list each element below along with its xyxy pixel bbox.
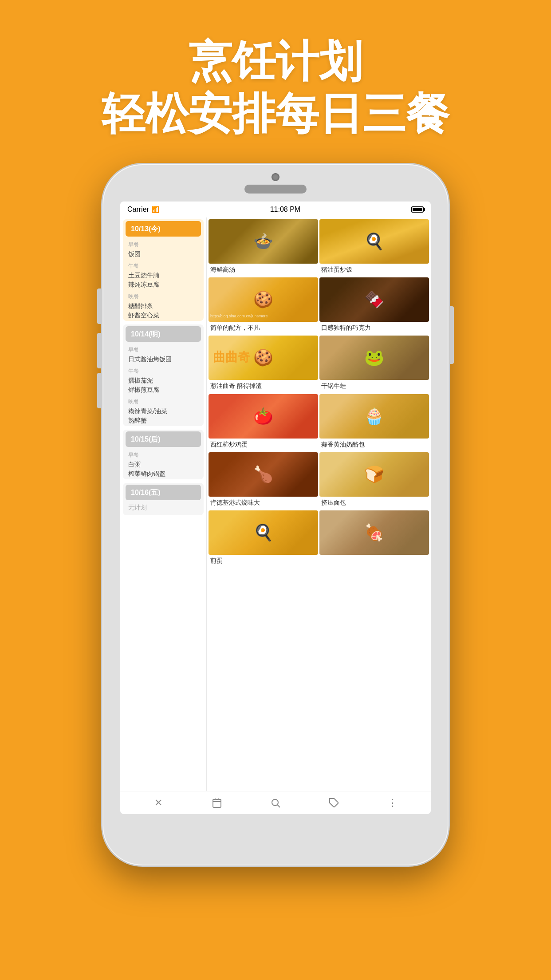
day-header-today[interactable]: 10/13(今) [126, 221, 201, 237]
recipe-title-3: 简单的配方，不凡 [209, 322, 318, 334]
carrier-label: Carrier [127, 205, 149, 213]
hero-title-line2: 轻松安排每日三餐 [0, 88, 551, 140]
recipe-card-9[interactable]: 🍗 肯德基港式烧味大 [209, 452, 318, 509]
recipe-card-3[interactable]: 🍪 http://blog.sina.com.cn/junsmore 简单的配方… [209, 277, 318, 334]
recipe-title-4: 口感独特的巧克力 [319, 322, 429, 334]
day-card-today[interactable]: 10/13(今) 早餐 饭团 午餐 土豆烧牛腩 辣炖冻豆腐 晚餐 [123, 219, 204, 321]
tab-close[interactable]: ✕ [147, 794, 169, 812]
recipe-card-12[interactable]: 🍖 [319, 510, 429, 567]
recipe-title-9: 肯德基港式烧味大 [209, 497, 318, 509]
wifi-icon: 📶 [152, 206, 159, 213]
tab-tag[interactable] [323, 794, 345, 812]
recipe-img-7: 🍅 [209, 394, 318, 439]
recipe-img-3: 🍪 http://blog.sina.com.cn/junsmore [209, 277, 318, 322]
day-card-tomorrow[interactable]: 10/14(明) 早餐 日式酱油烤饭团 午餐 擂椒茄泥 鲜椒煎豆腐 晚餐 [123, 324, 204, 426]
recipe-img-12: 🍖 [319, 510, 429, 555]
recipe-title-2: 猪油蛋炒饭 [319, 264, 429, 276]
day-card-future2[interactable]: 10/16(五) 无计划 [123, 483, 204, 515]
day-card-future1[interactable]: 10/15(后) 早餐 白粥 榨菜鲜肉锅盔 [123, 430, 204, 479]
recipe-title-12 [319, 555, 429, 559]
recipe-title-11: 煎蛋 [209, 555, 318, 567]
watermark-3: http://blog.sina.com.cn/junsmore [210, 314, 268, 318]
svg-rect-0 [213, 799, 221, 807]
sidebar[interactable]: 10/13(今) 早餐 饭团 午餐 土豆烧牛腩 辣炖冻豆腐 晚餐 [120, 217, 207, 791]
tab-calendar[interactable] [206, 794, 228, 812]
recipe-card-10[interactable]: 🍞 挤压面包 [319, 452, 429, 509]
recipe-title-6: 干锅牛蛙 [319, 380, 429, 392]
recipe-img-5: 🍪 曲曲奇 [209, 336, 318, 380]
recipe-title-8: 蒜香黄油奶酪包 [319, 439, 429, 451]
hero-section: 烹饪计划 轻松安排每日三餐 [0, 0, 551, 140]
recipe-card-1[interactable]: 🍲 海鲜高汤 [209, 219, 318, 276]
tab-more[interactable]: ⋮ [382, 794, 404, 812]
recipe-card-6[interactable]: 🐸 干锅牛蛙 [319, 336, 429, 392]
meal-group-breakfast-2: 早餐 日式酱油烤饭团 [123, 344, 204, 365]
recipe-card-5[interactable]: 🍪 曲曲奇 葱油曲奇 酥得掉渣 [209, 336, 318, 392]
tab-bar: ✕ [120, 791, 431, 814]
day-header-tomorrow[interactable]: 10/14(明) [126, 326, 201, 342]
overlay-text-5: 曲曲奇 [213, 349, 250, 366]
meal-group-lunch-2: 午餐 擂椒茄泥 鲜椒煎豆腐 [123, 365, 204, 395]
battery-fill [413, 208, 422, 211]
recipe-img-8: 🧁 [319, 394, 429, 439]
svg-line-5 [278, 805, 280, 807]
recipe-title-10: 挤压面包 [319, 497, 429, 509]
svg-point-4 [272, 799, 278, 806]
day-header-future1[interactable]: 10/15(后) [126, 431, 201, 447]
recipe-img-2: 🍳 [319, 219, 429, 264]
status-bar: Carrier 📶 11:08 PM [120, 202, 431, 217]
phone-frame: Carrier 📶 11:08 PM 10/13(今) [102, 164, 449, 865]
tab-search[interactable] [264, 794, 287, 812]
phone-top [102, 164, 449, 194]
recipe-img-9: 🍗 [209, 452, 318, 497]
phone-screen: Carrier 📶 11:08 PM 10/13(今) [120, 202, 431, 814]
camera [272, 173, 279, 181]
recipe-img-1: 🍲 [209, 219, 318, 264]
recipe-grid[interactable]: 🍲 海鲜高汤 🍳 猪油蛋炒饭 🍪 http:/ [207, 217, 431, 791]
recipe-img-11: 🍳 [209, 510, 318, 555]
meal-group-breakfast-3: 早餐 白粥 榨菜鲜肉锅盔 [123, 449, 204, 479]
speaker [244, 185, 307, 194]
recipe-title-7: 西红柿炒鸡蛋 [209, 439, 318, 451]
recipe-card-4[interactable]: 🍫 口感独特的巧克力 [319, 277, 429, 334]
recipe-card-7[interactable]: 🍅 西红柿炒鸡蛋 [209, 394, 318, 451]
recipe-img-4: 🍫 [319, 277, 429, 322]
meal-group-dinner-1: 晚餐 糖醋排条 虾酱空心菜 [123, 290, 204, 321]
recipe-card-11[interactable]: 🍳 煎蛋 [209, 510, 318, 567]
day-header-future2[interactable]: 10/16(五) [126, 485, 201, 500]
app-content: 10/13(今) 早餐 饭团 午餐 土豆烧牛腩 辣炖冻豆腐 晚餐 [120, 217, 431, 791]
battery-icon [411, 206, 424, 213]
recipe-title-5: 葱油曲奇 酥得掉渣 [209, 380, 318, 392]
recipe-img-10: 🍞 [319, 452, 429, 497]
recipe-title-1: 海鲜高汤 [209, 264, 318, 276]
status-left: Carrier 📶 [127, 205, 159, 213]
recipe-card-2[interactable]: 🍳 猪油蛋炒饭 [319, 219, 429, 276]
meal-group-dinner-2: 晚餐 糊辣青菜/油菜 熟醉蟹 [123, 395, 204, 426]
meal-group-breakfast-1: 早餐 饭团 [123, 238, 204, 260]
meal-group-lunch-1: 午餐 土豆烧牛腩 辣炖冻豆腐 [123, 260, 204, 290]
no-plan: 无计划 [123, 502, 204, 515]
phone-shell: Carrier 📶 11:08 PM 10/13(今) [102, 164, 449, 865]
recipe-card-8[interactable]: 🧁 蒜香黄油奶酪包 [319, 394, 429, 451]
clock: 11:08 PM [270, 205, 300, 213]
recipe-img-6: 🐸 [319, 336, 429, 380]
hero-title-line1: 烹饪计划 [0, 36, 551, 88]
